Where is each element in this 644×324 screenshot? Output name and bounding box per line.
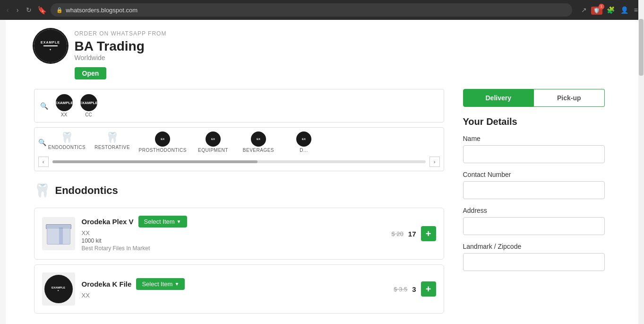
product-name-2: Orodeka K File [82,280,132,288]
nav-right-arrow[interactable]: › [429,157,440,167]
store-logo: EXAMPLE ✦ [34,29,67,62]
order-from-label: ORDER ON WHATSAPP FROM [75,30,167,37]
endodontics-label: ENDODONTICS [48,145,86,150]
product-variant-1: XX [82,229,385,236]
address-bar[interactable]: 🔒 whatsorders.blogspot.com [51,3,572,17]
equipment-label: EQUIPMENT [198,148,228,153]
xx-label: XX [61,112,67,117]
box-illustration [45,223,72,245]
cc-badge-text: EXAMPLE [79,101,98,105]
share-button[interactable]: ↗ [580,5,588,15]
address-group: Address [463,207,605,235]
select-item-btn-1[interactable]: Select Item ▼ [138,216,187,228]
filter-category-xx[interactable]: EXAMPLE XX [56,94,73,117]
delivery-tabs: Delivery Pick-up [463,89,605,107]
name-input[interactable] [463,145,605,163]
product-info-1: Orodeka Plex V Select Item ▼ XX 1000 kit… [82,216,385,252]
logo-star-2: ✦ [52,289,65,292]
beverages-badge-text: EX [257,138,260,140]
address-input[interactable] [463,217,605,235]
product-name-1: Orodeka Plex V [82,218,134,226]
select-item-label-2: Select Item [142,280,172,288]
nav-equipment[interactable]: EX EQUIPMENT [194,131,232,153]
browser-chrome: ‹ › ↻ 🔖 🔒 whatsorders.blogspot.com ↗ 🛡️ … [0,0,644,20]
d-badge-text: EX [302,138,306,140]
product-card-1: Orodeka Plex V Select Item ▼ XX 1000 kit… [34,208,444,260]
add-btn-1[interactable]: + [421,226,436,241]
scrollbar-track [638,0,644,324]
xx-badge: EXAMPLE [56,94,73,111]
profile-button[interactable]: 👤 [619,5,630,15]
nav-endodontics[interactable]: 🦷 ENDODONTICS [48,131,86,153]
nav-beverages[interactable]: EX BEVERAGES [240,131,277,153]
landmark-input[interactable] [463,253,605,271]
shield-badge: 1 [599,4,604,9]
delivery-tab[interactable]: Delivery [463,89,534,107]
d-badge: EX [296,131,311,147]
store-name: BA Trading [75,39,167,54]
reload-button[interactable]: ↻ [24,4,34,16]
scrollbar-thumb[interactable] [639,19,644,76]
select-item-label-1: Select Item [144,218,175,225]
nav-d[interactable]: EX D... [285,131,323,153]
back-button[interactable]: ‹ [5,4,11,16]
nav-restorative[interactable]: 🦷 RESTORATIVE [94,131,131,153]
box-body [47,228,70,245]
pickup-tab[interactable]: Pick-up [534,89,605,107]
section-header: 🦷 Endodontics [34,179,444,202]
nav-prosthodontics[interactable]: EX PROSTHODONTICS [139,131,187,153]
old-price-2: $ 3.5 [394,286,407,293]
product-variant-2: XX [82,292,387,299]
product-image-2: EXAMPLE ✦ [42,272,75,306]
box-stripe [59,228,63,244]
name-label: Name [463,135,605,142]
section-icon: 🦷 [34,183,51,198]
select-chevron-2: ▼ [174,281,179,287]
old-price-1: $ 20 [392,230,404,237]
contact-input[interactable] [463,181,605,199]
your-details-title: Your Details [463,116,605,127]
nav-search-icon[interactable]: 🔍 [38,139,46,146]
bookmark-button[interactable]: 🔖 [37,6,47,15]
logo-inner-2: EXAMPLE ✦ [52,286,65,292]
cc-badge: EXAMPLE [80,94,97,111]
store-name-row: EXAMPLE ✦ ORDER ON WHATSAPP FROM BA Trad… [34,29,605,62]
left-panel: 🔍 EXAMPLE XX EXAMPLE CC 🔍 [34,89,454,324]
endodontics-icon: 🦷 [60,131,73,144]
add-btn-2[interactable]: + [421,281,436,297]
equipment-badge-text: EX [211,138,215,140]
cc-label: CC [85,112,92,117]
filter-search-icon[interactable]: 🔍 [40,102,48,110]
page-content: EXAMPLE ✦ ORDER ON WHATSAPP FROM BA Trad… [6,20,639,324]
nav-scrollbar-thumb[interactable] [52,160,258,163]
product-price-area-2: $ 3.5 3 + [394,281,436,297]
filter-bar: 🔍 EXAMPLE XX EXAMPLE CC [34,89,444,123]
nav-left-arrow[interactable]: ‹ [38,157,49,167]
watermark: مستقل mostaql.com [34,318,444,324]
open-badge: Open [75,67,107,79]
category-nav: 🔍 🦷 ENDODONTICS 🦷 RESTORATIVE [34,127,444,171]
landmark-label: Landmark / Zipcode [463,243,605,250]
product-qty-1: 1000 kit [82,237,385,244]
filter-category-cc[interactable]: EXAMPLE CC [80,94,97,117]
lock-icon: 🔒 [56,7,63,13]
contact-label: Contact Number [463,171,605,178]
forward-button[interactable]: › [15,4,21,16]
store-location: Worldwide [75,54,167,61]
new-price-2: 3 [412,285,416,293]
name-group: Name [463,135,605,163]
beverages-badge: EX [251,131,266,147]
extensions-button[interactable]: 🧩 [605,5,616,15]
main-layout: 🔍 EXAMPLE XX EXAMPLE CC 🔍 [6,89,633,324]
product-logo-badge-2: EXAMPLE ✦ [44,275,73,303]
d-label: D... [300,148,308,153]
prosthodontics-badge-text: EX [161,138,164,140]
product-name-row-2: Orodeka K File Select Item ▼ [82,278,387,290]
product-image-1 [42,217,75,250]
right-panel: Delivery Pick-up Your Details Name Conta… [454,89,605,324]
restorative-icon: 🦷 [106,131,119,144]
select-item-btn-2[interactable]: Select Item ▼ [136,278,185,290]
landmark-group: Landmark / Zipcode [463,243,605,271]
equipment-badge: EX [206,131,221,147]
select-chevron-1: ▼ [177,219,181,224]
